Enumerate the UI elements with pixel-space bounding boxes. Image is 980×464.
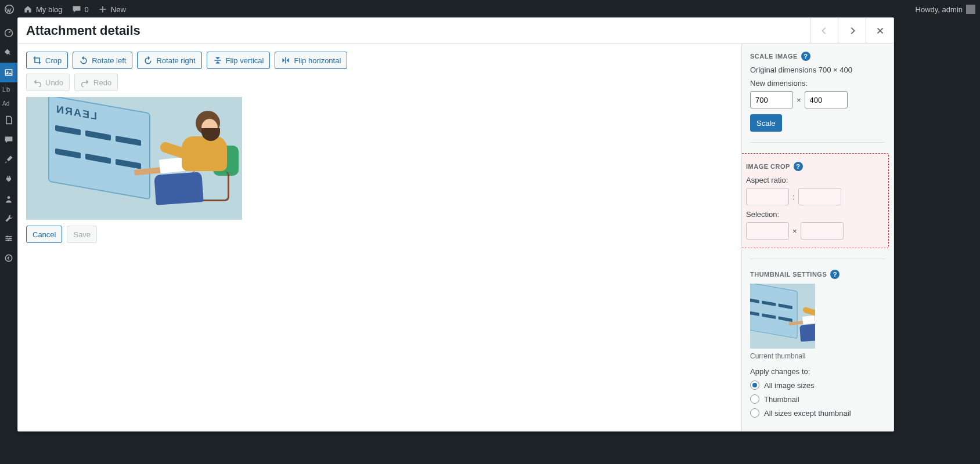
wp-logo[interactable]: [5, 5, 14, 14]
attachment-details-modal: Attachment details Crop Rota: [17, 17, 894, 432]
crop-icon: [33, 56, 42, 65]
board-text: LEARN: [55, 103, 97, 123]
cancel-button[interactable]: Cancel: [26, 226, 62, 243]
image-preview[interactable]: LEARN: [26, 97, 242, 220]
scale-height-input[interactable]: [805, 91, 848, 108]
menu-collapse[interactable]: [0, 248, 17, 268]
menu-text-add[interactable]: Ad: [0, 96, 17, 110]
site-name: My blog: [36, 5, 63, 14]
crop-label: Crop: [45, 56, 62, 65]
scale-button-label: Scale: [756, 119, 776, 128]
save-label: Save: [73, 230, 91, 239]
rotate-left-button[interactable]: Rotate left: [73, 52, 132, 69]
account-link[interactable]: Howdy, admin: [916, 5, 975, 14]
save-button[interactable]: Save: [67, 226, 97, 243]
pin-icon: [4, 48, 13, 57]
menu-media[interactable]: [0, 63, 17, 82]
radio-all-label: All image sizes: [764, 381, 815, 390]
original-dims: Original dimensions 700 × 400: [750, 66, 885, 74]
settings-panel: SCALE IMAGE ? Original dimensions 700 × …: [741, 44, 893, 431]
flip-horizontal-button[interactable]: Flip horizontal: [275, 52, 347, 69]
undo-button[interactable]: Undo: [26, 74, 70, 91]
comments-count: 0: [85, 5, 89, 14]
svg-point-6: [9, 237, 11, 239]
user-icon: [4, 194, 13, 204]
image-crop-section: IMAGE CROP ? Aspect ratio: : Selection: …: [741, 153, 889, 248]
scale-title: SCALE IMAGE: [750, 53, 798, 60]
menu-settings[interactable]: [0, 229, 17, 248]
selection-width-input[interactable]: [746, 222, 789, 240]
page-icon: [4, 115, 13, 125]
edit-actions: Cancel Save: [26, 226, 733, 243]
flip-vertical-button[interactable]: Flip vertical: [207, 52, 271, 69]
redo-label: Redo: [93, 78, 111, 87]
menu-users[interactable]: [0, 189, 17, 209]
radio-all-sizes[interactable]: All image sizes: [750, 380, 885, 390]
site-link[interactable]: My blog: [23, 5, 63, 14]
crop-button[interactable]: Crop: [26, 52, 68, 69]
apply-label: Apply changes to:: [750, 367, 885, 376]
crop-title-row: IMAGE CROP ?: [746, 162, 880, 171]
comments-link[interactable]: 0: [72, 5, 89, 14]
thumb-help-icon[interactable]: ?: [830, 270, 840, 279]
plug-icon: [4, 175, 13, 184]
aspect-width-input[interactable]: [746, 188, 789, 205]
menu-dashboard[interactable]: [0, 23, 17, 43]
avatar: [966, 5, 975, 14]
aspect-height-input[interactable]: [798, 188, 841, 205]
rotate-right-button[interactable]: Rotate right: [137, 52, 201, 69]
radio-icon: [750, 408, 759, 418]
svg-point-7: [8, 240, 9, 241]
radio-except-label: All sizes except thumbnail: [764, 409, 851, 418]
crop-help-icon[interactable]: ?: [794, 162, 803, 171]
flip-vertical-label: Flip vertical: [226, 56, 264, 65]
scale-button[interactable]: Scale: [750, 114, 782, 132]
aspect-label: Aspect ratio:: [746, 176, 880, 184]
thumb-title-row: THUMBNAIL SETTINGS ?: [750, 270, 885, 279]
radio-thumbnail[interactable]: Thumbnail: [750, 394, 885, 404]
svg-point-4: [8, 196, 10, 199]
aspect-row: :: [746, 188, 880, 205]
undo-label: Undo: [45, 78, 63, 87]
menu-tools[interactable]: [0, 209, 17, 229]
admin-bar: My blog 0 New Howdy, admin: [0, 0, 980, 19]
flip-horizontal-label: Flip horizontal: [294, 56, 341, 65]
menu-appearance[interactable]: [0, 150, 17, 169]
thumb-caption: Current thumbnail: [750, 352, 885, 360]
scale-width-input[interactable]: [750, 91, 793, 108]
dims-separator: ×: [797, 96, 801, 104]
menu-comments[interactable]: [0, 130, 17, 150]
sliders-icon: [4, 234, 13, 243]
prev-button[interactable]: [810, 18, 838, 43]
selection-separator: ×: [792, 227, 797, 235]
scale-title-row: SCALE IMAGE ?: [750, 52, 885, 61]
flip-horizontal-icon: [281, 56, 290, 65]
menu-plugins[interactable]: [0, 169, 17, 189]
thumbnail-preview: [750, 284, 815, 349]
radio-icon: [750, 380, 759, 390]
redo-button[interactable]: Redo: [74, 74, 118, 91]
wrench-icon: [4, 214, 13, 223]
svg-point-0: [5, 5, 13, 13]
edit-area: Crop Rotate left Rotate right Flip verti…: [18, 44, 741, 431]
menu-text-lib[interactable]: Lib: [0, 82, 17, 96]
menu-posts[interactable]: [0, 43, 17, 63]
admin-menu: Lib Ad: [0, 19, 17, 464]
radio-thumbnail-label: Thumbnail: [764, 395, 799, 404]
selection-height-input[interactable]: [801, 222, 844, 240]
chevron-left-icon: [819, 26, 830, 36]
close-button[interactable]: [866, 18, 893, 43]
selection-row: ×: [746, 222, 880, 240]
modal-nav: [810, 18, 893, 43]
next-button[interactable]: [838, 18, 866, 43]
new-link[interactable]: New: [98, 5, 126, 14]
menu-pages[interactable]: [0, 110, 17, 130]
brush-icon: [4, 155, 13, 164]
history-toolbar: Undo Redo: [26, 74, 733, 91]
home-icon: [23, 5, 33, 14]
aspect-separator: :: [792, 193, 795, 201]
radio-except-thumbnail[interactable]: All sizes except thumbnail: [750, 408, 885, 418]
flip-vertical-icon: [213, 56, 222, 65]
comment-icon: [4, 135, 13, 144]
scale-help-icon[interactable]: ?: [801, 52, 810, 61]
